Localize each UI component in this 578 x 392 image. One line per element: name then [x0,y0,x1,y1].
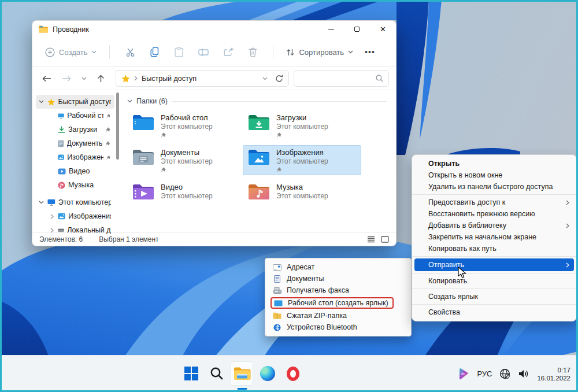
send-to-zip-folder[interactable]: Сжатая ZIP-папка [266,310,410,321]
plus-circle-icon [45,47,55,57]
sidebar-item-local-disk[interactable]: Локальный диск [46,223,114,237]
chevron-expanded-icon[interactable] [39,100,44,103]
address-box[interactable]: Быстрый доступ [116,70,289,87]
sidebar-item-pc-pictures[interactable]: Изображения [46,209,114,223]
more-options-button[interactable]: ••• [365,47,375,57]
clock[interactable]: 0:17 16.01.2022 [537,366,570,382]
pin-icon [161,132,166,138]
recent-locations-button[interactable] [81,77,87,80]
taskbar-explorer-button[interactable] [231,361,253,386]
large-icons-view-button[interactable] [381,236,389,243]
tile-subtitle: Этот компьютер [161,123,213,131]
menu-item-properties[interactable]: Свойства [412,306,576,318]
sidebar-item-downloads[interactable]: Загрузки [46,123,114,136]
music-icon [58,182,65,189]
folders-group-header[interactable]: Папки (6) [127,97,387,105]
language-indicator[interactable]: РУС [477,369,492,378]
sort-button[interactable]: Сортировать [283,43,357,61]
send-to-documents[interactable]: Документы [266,273,410,284]
desktop: Проводник ✕ Создать [0,0,578,392]
search-input[interactable] [294,70,389,87]
explorer-icon [234,367,251,381]
menu-item-copy[interactable]: Копировать [412,275,576,287]
maximize-button[interactable] [344,21,370,38]
menu-item-send-to[interactable]: Отправить [414,258,574,271]
menu-item-include-in-library[interactable]: Добавить в библиотеку [412,220,576,231]
windows-logo-icon [184,367,198,380]
sidebar-item-pictures[interactable]: Изображения [46,150,114,164]
menu-item-restore-previous[interactable]: Восстановить прежнюю версию [412,208,576,220]
group-collapse-icon[interactable] [127,99,132,103]
taskbar-edge-button[interactable] [256,361,279,386]
chevron-collapsed-icon[interactable] [50,228,54,233]
menu-item-create-shortcut[interactable]: Создать ярлык [412,291,576,302]
forward-button[interactable] [62,75,71,82]
start-button[interactable] [180,361,202,386]
delete-icon[interactable] [249,47,257,57]
folder-tile-downloads[interactable]: Загрузки Этот компьютер [243,110,361,140]
folder-tile-documents[interactable]: Документы Этот компьютер [127,145,243,175]
copy-icon[interactable] [150,47,160,57]
breadcrumb[interactable]: Быстрый доступ [142,75,197,83]
refresh-button[interactable] [275,75,283,83]
pin-icon [106,154,111,161]
up-button[interactable] [97,75,105,83]
menu-item-copy-as-path[interactable]: Копировать как путь [412,243,576,254]
menu-item-unpin-quick-access[interactable]: Удалить из панели быстрого доступа [412,181,576,193]
menu-item-open[interactable]: Открыть [412,158,576,169]
fax-icon [273,287,281,294]
minimize-button[interactable] [318,21,344,38]
address-dropdown-icon[interactable] [262,77,268,80]
command-bar: Создать [32,38,396,67]
sidebar-item-videos[interactable]: Видео [46,164,114,178]
send-to-fax-recipient[interactable]: Получатель факса [266,284,410,296]
new-button[interactable]: Создать [42,43,100,61]
sidebar-item-documents[interactable]: Документы [46,136,114,150]
pin-icon [105,127,111,133]
titlebar[interactable]: Проводник ✕ [32,21,396,38]
chevron-down-icon [91,50,97,54]
search-icon [210,367,224,380]
send-to-desktop-shortcut[interactable]: Рабочий стол (создать ярлык) [266,296,410,310]
network-globe-icon[interactable] [499,368,510,379]
folder-tile-music[interactable]: Музыка Этот компьютер [243,180,361,210]
send-to-submenu: Адресат Документы Получатель факса Рабоч… [265,258,412,336]
menu-item-open-new-window[interactable]: Открыть в новом окне [412,169,576,181]
paste-icon[interactable] [175,47,183,57]
pictures-icon [58,213,65,220]
share-icon[interactable] [224,47,234,57]
sidebar-item-desktop[interactable]: Рабочий стол [46,109,114,123]
menu-item-pin-to-start[interactable]: Закрепить на начальном экране [412,231,576,243]
folder-tile-videos[interactable]: Видео Этот компьютер [127,180,243,210]
sidebar-item-quick-access[interactable]: Быстрый доступ [36,95,114,109]
list-view-button[interactable] [367,236,375,243]
chevron-expanded-icon[interactable] [39,201,44,204]
cut-icon[interactable] [125,47,135,57]
pin-icon [161,167,166,173]
sidebar-item-label: Документы [67,139,103,147]
folder-tile-pictures[interactable]: Изображения Этот компьютер [243,145,361,175]
menu-separator [412,273,576,273]
sidebar-item-music[interactable]: Музыка [46,178,114,192]
menu-item-give-access[interactable]: Предоставить доступ к [412,197,576,208]
sidebar-scrollbar[interactable] [116,93,119,160]
tile-name: Музыка [276,183,328,192]
chevron-collapsed-icon[interactable] [50,214,54,219]
submenu-chevron-icon [566,200,569,205]
taskbar-search-button[interactable] [205,361,228,386]
sidebar-item-this-pc[interactable]: Этот компьютер [36,195,114,209]
media-app-tray-icon[interactable]: ds [458,368,469,380]
taskbar-opera-button[interactable] [281,361,304,386]
tile-subtitle: Этот компьютер [276,192,328,201]
close-button[interactable]: ✕ [370,21,396,38]
volume-icon[interactable] [518,369,529,379]
desktop-icon [274,300,283,306]
music-folder-icon [247,183,271,201]
folder-tile-desktop[interactable]: Рабочий стол Этот компьютер [127,110,243,140]
send-to-bluetooth-device[interactable]: Устройство Bluetooth [266,321,410,333]
send-to-mail-recipient[interactable]: Адресат [266,261,410,273]
back-button[interactable] [42,75,51,82]
rename-icon[interactable] [198,48,209,57]
maximize-icon [354,27,360,32]
sidebar-item-label: Этот компьютер [58,198,111,206]
